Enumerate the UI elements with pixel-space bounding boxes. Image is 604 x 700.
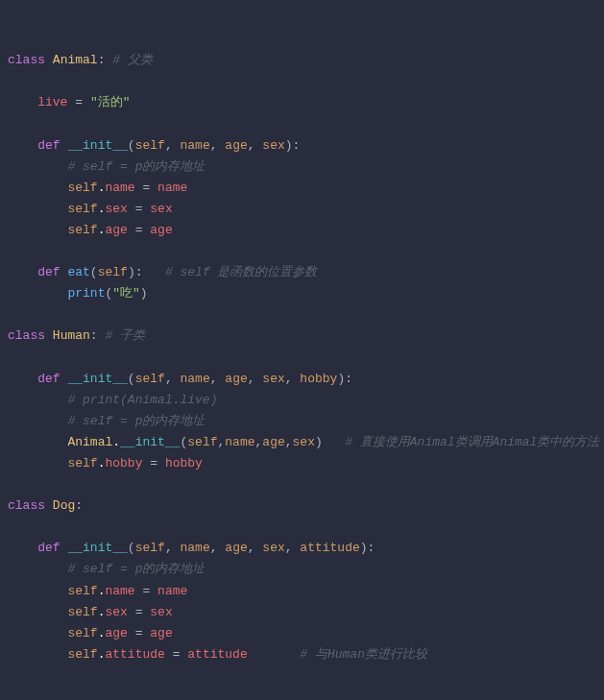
comment: # self = p的内存地址	[67, 414, 205, 428]
comment: # self = p的内存地址	[67, 562, 205, 576]
function-name: eat	[67, 265, 89, 279]
comment: # 与Human类进行比较	[300, 647, 427, 662]
identifier: live	[37, 95, 67, 109]
comment: # self = p的内存地址	[67, 159, 205, 174]
class-name: Animal	[53, 53, 98, 67]
keyword-class: class	[8, 53, 45, 67]
comment: # 子类	[105, 328, 145, 343]
keyword-def: def	[37, 138, 60, 153]
comment: # print(Animal.live)	[67, 393, 217, 407]
code-block: class Animal: # 父类 live = "活的" def __ini…	[8, 50, 596, 700]
comment: # self 是函数的位置参数	[165, 265, 318, 279]
comment: # 直接使用Animal类调用Animal类中的方法	[345, 435, 599, 449]
comment: # 父类	[112, 53, 153, 67]
string: "活的"	[90, 95, 131, 109]
function-name: __init__	[67, 138, 127, 153]
